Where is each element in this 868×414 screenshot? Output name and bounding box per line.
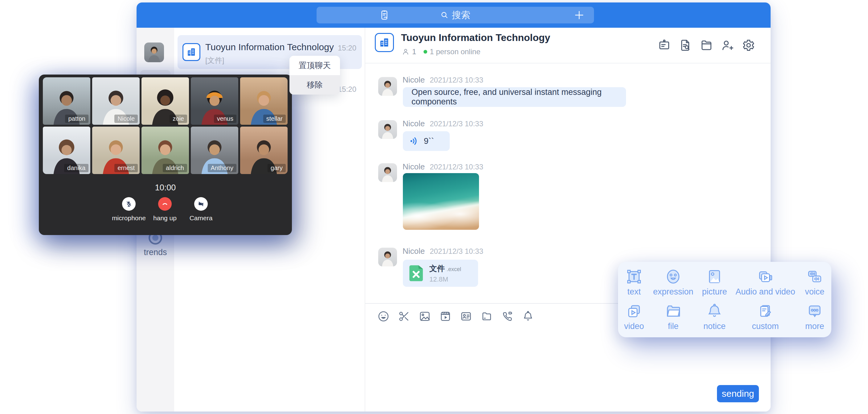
- participant-name: zoie: [169, 115, 187, 123]
- chat-panel: Tuoyun Information Technology 1 1 person…: [365, 28, 771, 412]
- chat-header: Tuoyun Information Technology 1 1 person…: [365, 28, 771, 63]
- avatar: [378, 120, 397, 139]
- menu-item-pin-chat[interactable]: 置顶聊天: [289, 56, 340, 75]
- chat-title: Tuoyun Information Technology: [401, 32, 550, 43]
- participant-tile: ernest: [92, 127, 140, 174]
- message-sender: Nicole2021/12/3 10:33: [403, 162, 483, 171]
- file-ext: .excel: [447, 266, 461, 272]
- call-log-icon[interactable]: [378, 9, 391, 21]
- participant-name: stellar: [263, 115, 286, 123]
- feature-item-file[interactable]: file: [650, 302, 696, 331]
- feature-item-text[interactable]: text: [618, 268, 650, 297]
- feature-item-picture[interactable]: picture: [696, 268, 733, 297]
- trends-label: trends: [136, 248, 174, 257]
- file-folder-icon: [664, 302, 682, 320]
- participant-tile: stellar: [240, 77, 287, 125]
- members-icon: [402, 48, 410, 56]
- online-dot: [424, 50, 427, 54]
- avatar: [378, 77, 397, 96]
- conversation-preview: [文件]: [205, 56, 224, 65]
- voice-message-bubble[interactable]: 9``: [403, 131, 450, 151]
- participant-name: venus: [214, 115, 237, 123]
- participant-name: Nicole: [114, 115, 138, 123]
- chat-history-search-icon[interactable]: [678, 38, 692, 52]
- custom-edit-icon: [757, 302, 774, 320]
- voice-icon: [806, 268, 823, 285]
- feature-item-custom[interactable]: custom: [733, 302, 798, 331]
- participant-name: ernest: [114, 164, 138, 172]
- mic-muted-icon: [125, 200, 133, 208]
- message-sender: Nicole2021/12/3 10:33: [403, 247, 483, 256]
- group-avatar: [375, 33, 394, 52]
- feature-item-video[interactable]: video: [618, 302, 650, 331]
- voice-wave-icon: [409, 136, 420, 146]
- feature-item-expression[interactable]: expression: [650, 268, 696, 297]
- group-files-icon[interactable]: [699, 38, 713, 52]
- more-icon: [806, 302, 823, 320]
- text-icon: [625, 268, 643, 285]
- hang-up-icon: [161, 200, 169, 208]
- participant-tile: zoie: [142, 77, 189, 125]
- feature-item-voice[interactable]: voice: [798, 268, 831, 297]
- text-message-bubble: Open source, free, and universal instant…: [403, 87, 626, 107]
- online-status: 1 person online: [430, 47, 480, 56]
- add-member-icon[interactable]: [720, 38, 734, 52]
- screenshot-scissors-icon[interactable]: [398, 310, 410, 322]
- send-button[interactable]: sending: [717, 385, 759, 402]
- file-name: 文件: [429, 264, 445, 273]
- message-sender: Nicole2021/12/3 10:33: [403, 75, 483, 85]
- member-count: 1: [412, 47, 416, 56]
- notice-bell-icon: [706, 302, 723, 320]
- expression-icon: [664, 268, 682, 285]
- avatar: [378, 163, 397, 182]
- file-message-bubble[interactable]: 文件.excel 12.8M: [403, 260, 478, 287]
- message-sender: Nicole2021/12/3 10:33: [403, 119, 483, 128]
- video-call-overlay: patton Nicole zoie venus stellar danika …: [39, 74, 292, 235]
- participant-name: Anthony: [208, 164, 237, 172]
- feature-panel: text expression picture Audio and video: [618, 262, 831, 337]
- search-icon: [440, 11, 449, 20]
- conversation-time: 15:20: [338, 44, 356, 52]
- group-avatar: [183, 43, 200, 61]
- menu-item-remove[interactable]: 移除: [289, 75, 340, 95]
- participant-tile: patton: [43, 77, 90, 125]
- participant-name: aldrich: [163, 164, 187, 172]
- feature-item-audio-video[interactable]: Audio and video: [733, 268, 798, 297]
- picture-icon[interactable]: [418, 310, 431, 322]
- avatar: [378, 248, 397, 266]
- call-duration: 10:00: [39, 183, 292, 193]
- participant-tile: Nicole: [92, 77, 140, 125]
- participant-name: gary: [268, 164, 286, 172]
- video-play-icon: [625, 302, 643, 320]
- conversation-context-menu: 置顶聊天 移除: [289, 56, 340, 95]
- excel-file-icon: [408, 264, 425, 283]
- group-notice-icon[interactable]: [657, 38, 671, 52]
- participant-tile: Anthony: [191, 127, 238, 174]
- profile-avatar[interactable]: [144, 42, 164, 62]
- participant-name: danika: [64, 164, 89, 172]
- notice-bell-icon[interactable]: [522, 310, 534, 322]
- participant-tile: venus: [191, 77, 238, 125]
- video-icon[interactable]: [439, 310, 452, 322]
- contact-card-icon[interactable]: [460, 310, 472, 322]
- participant-name: patton: [65, 115, 89, 123]
- file-size: 12.8M: [429, 276, 461, 283]
- video-call-icon[interactable]: [501, 310, 514, 322]
- feature-item-more[interactable]: more: [798, 302, 831, 331]
- settings-gear-icon[interactable]: [741, 38, 755, 52]
- participant-tile: gary: [240, 127, 287, 174]
- camera-button[interactable]: Camera: [176, 197, 226, 222]
- feature-item-notice[interactable]: notice: [696, 302, 733, 331]
- picture-icon: [706, 268, 723, 285]
- participant-tile: aldrich: [142, 127, 189, 174]
- participant-tile: danika: [43, 127, 90, 174]
- participant-grid: patton Nicole zoie venus stellar danika …: [43, 77, 287, 174]
- add-icon[interactable]: [574, 9, 585, 21]
- search-input[interactable]: 搜索: [316, 7, 594, 23]
- page: { "app": { "search_placeholder": "搜索" },…: [0, 0, 868, 414]
- file-folder-icon[interactable]: [480, 310, 493, 322]
- top-bar: 搜索: [136, 2, 771, 28]
- camera-off-icon: [197, 200, 205, 208]
- image-message-beach[interactable]: [403, 173, 479, 230]
- emoji-icon[interactable]: [377, 310, 390, 322]
